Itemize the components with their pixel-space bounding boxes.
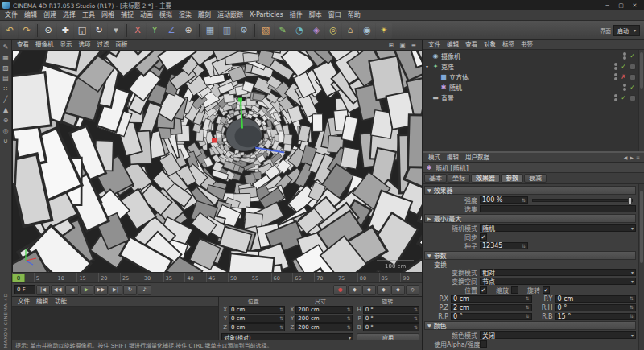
render-visibility-dot[interactable] [614,67,617,70]
viewport[interactable] [12,51,422,272]
menubar-item-3[interactable]: 选择 [60,10,79,20]
object-menu-2[interactable]: 查看 [462,40,481,50]
viewport-menu-2[interactable]: 显示 [57,40,76,50]
add-spline-button[interactable]: ✎ [275,23,291,39]
editor-visibility-dot[interactable] [614,94,617,97]
parameter-input[interactable]: 0 cm⇅ [451,295,532,303]
viewport-menu-5[interactable]: 面板 [113,40,131,50]
object-menu-1[interactable]: 编辑 [444,40,462,50]
visibility-dots[interactable] [613,73,618,80]
transform-space-dropdown[interactable]: 节点 ▾ [480,278,636,285]
menubar-item-10[interactable]: 雕刻 [195,10,214,20]
record-scale-button[interactable]: ◆ [362,285,376,295]
coords-field[interactable]: 0 °⇅ [363,315,419,323]
object-menu-3[interactable]: 对象 [481,40,499,50]
snap-icon[interactable]: ∪ [1,136,11,146]
material-menu-1[interactable]: 编辑 [33,297,52,307]
coords-field[interactable]: 0 cm⇅ [229,315,285,323]
add-deformer-button[interactable]: ◎ [325,23,341,39]
parameter-input[interactable]: 0 °⇅ [451,313,532,320]
material-menu-0[interactable]: 文件 [14,297,33,307]
menubar-item-7[interactable]: 动画 [137,10,156,20]
spinner-icon[interactable]: ⇅ [630,314,634,319]
titlebar[interactable]: CINEMA 4D R17.053 Studio (R17) - [未标题 2 … [0,0,644,10]
ruler-tick[interactable]: 55 [250,273,271,282]
ruler-tick[interactable]: 40 [184,273,206,282]
scale-checkbox[interactable] [511,286,518,294]
scrollbar-thumb[interactable] [640,191,643,263]
coords-field[interactable]: 200 cm⇅ [295,306,352,314]
visibility-dots[interactable] [622,52,627,60]
menubar-item-14[interactable]: 脚本 [306,10,325,20]
current-frame-field[interactable]: 0 F [14,285,35,294]
current-frame-marker[interactable]: 0 [12,274,25,282]
close-button[interactable]: ✕ [628,1,642,10]
lock-x-button[interactable]: X [130,23,146,39]
layout-dropdown[interactable]: 启动▾ [613,25,640,36]
spinner-icon[interactable]: ⇅ [414,316,418,321]
viewport-options-icon[interactable]: ≡ [409,42,419,49]
ruler-tick[interactable]: 45 [206,273,228,282]
editor-visibility-dot[interactable] [614,73,617,76]
object-name[interactable]: 随机 [449,83,462,92]
menubar-item-4[interactable]: 工具 [79,10,98,20]
lock-y-button[interactable]: Y [147,23,163,39]
record-position-button[interactable]: ◆ [348,285,361,295]
timeline-ruler[interactable]: 051015202530354045505560657075808590 0 [12,272,422,282]
model-mode-icon[interactable]: ▦ [1,52,11,62]
spinner-icon[interactable]: ⇅ [279,325,283,330]
seed-field[interactable]: 12345 ⇅ [480,242,528,249]
add-modeling-button[interactable]: ◈ [308,23,324,39]
ruler-tick[interactable]: 60 [271,273,293,282]
position-checkbox[interactable]: ✓ [480,286,487,294]
attribute-menu-1[interactable]: 编辑 [444,153,462,163]
forward-arrow-icon[interactable]: ▶ [630,154,634,160]
object-name[interactable]: 立方体 [449,72,469,81]
parameter-input[interactable]: 15 °⇅ [555,313,637,320]
spinner-icon[interactable]: ⇅ [525,305,529,310]
menubar-item-16[interactable]: 帮助 [345,10,364,20]
spinner-icon[interactable]: ⇅ [414,307,418,312]
move-button[interactable]: ✚ [57,23,73,39]
last-tool-button[interactable]: ▾ [108,23,124,39]
spinner-icon[interactable]: ⇅ [522,244,526,249]
render-visibility-dot[interactable] [614,77,617,80]
undo-button[interactable]: ↶ [2,23,18,39]
section-minmax[interactable]: ▶ 最小/最大 [424,214,636,223]
ruler-tick[interactable]: 5 [34,273,56,282]
section-parameter[interactable]: ▼ 参数 [424,251,636,260]
slider-knob[interactable] [628,197,632,204]
play-button[interactable]: ▶ [80,285,93,295]
live-selection-button[interactable]: ⊙ [40,23,56,39]
viewport-canvas[interactable] [13,51,422,272]
coord-system-button[interactable]: ⊕ [180,23,196,39]
strength-slider[interactable] [532,199,633,202]
coords-field[interactable]: 0 cm⇅ [229,306,285,314]
object-menu-5[interactable]: 书签 [518,40,536,50]
ruler-tick[interactable]: 30 [142,273,163,282]
attribute-tab-0[interactable]: 基本 [424,174,447,183]
texture-mode-icon[interactable]: ▨ [1,63,11,72]
material-menu-2[interactable]: 功能 [52,297,70,307]
menubar-item-9[interactable]: 渲染 [175,10,195,20]
scale-button[interactable]: ◱ [74,23,90,39]
render-visibility-dot[interactable] [614,98,617,101]
collapse-triangle-icon[interactable]: ▼ [427,323,431,328]
render-visibility-dot[interactable] [623,88,626,91]
ruler-tick[interactable]: 35 [163,273,185,282]
spinner-icon[interactable]: ⇅ [630,305,634,310]
collapse-triangle-icon[interactable]: ▶ [427,216,431,221]
viewport-solo-icon[interactable]: ◎ [1,126,11,135]
ruler-tick[interactable]: 50 [228,273,250,282]
viewport-menu-0[interactable]: 查看 [14,40,32,50]
spinner-icon[interactable]: ⇅ [279,316,283,321]
object-name[interactable]: 摄像机 [441,51,460,60]
object-row[interactable]: ✱随机✓ [423,82,644,93]
prev-key-button[interactable]: ◀◀ [51,285,64,295]
sync-checkbox[interactable]: ✓ [480,233,487,241]
goto-start-button[interactable]: |◀ [36,285,50,295]
record-rotation-button[interactable]: ◆ [377,285,390,295]
menubar-item-12[interactable]: X-Particles [246,10,287,20]
visibility-dots[interactable] [613,63,618,70]
color-mode-dropdown[interactable]: 关闭 ▾ [480,331,636,339]
